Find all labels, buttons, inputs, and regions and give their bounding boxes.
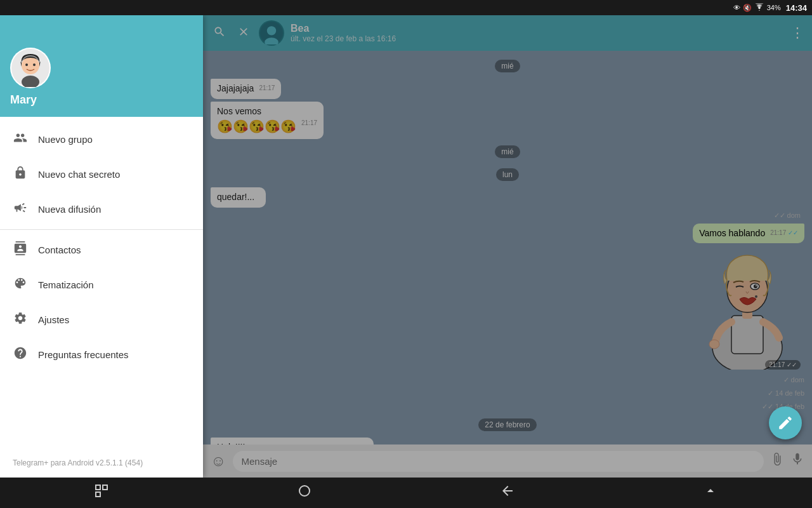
contactos-label: Contactos (38, 244, 81, 255)
sidebar-item-nueva-difusion[interactable]: Nueva difusión (0, 192, 203, 227)
sidebar-version: Telegram+ para Android v2.5.1.1 (454) (0, 448, 203, 478)
sidebar-divider-1 (0, 229, 203, 230)
svg-rect-17 (96, 485, 100, 490)
main-area: Mary Nuevo grupo Nuevo chat sec (0, 15, 812, 478)
compose-fab[interactable] (769, 406, 802, 439)
preguntas-frecuentes-label: Preguntas frecuentes (38, 349, 129, 360)
theme-icon (13, 276, 28, 293)
contacts-icon (13, 241, 28, 258)
status-time: 14:34 (786, 3, 807, 13)
lock-icon (13, 166, 28, 183)
mute-icon: 🔇 (743, 4, 752, 12)
settings-icon (13, 311, 28, 328)
status-bar: 👁 🔇 34% 14:34 (0, 0, 812, 15)
home-button[interactable] (292, 478, 317, 507)
faq-icon (13, 346, 28, 363)
nueva-difusion-label: Nueva difusión (38, 204, 101, 215)
svg-point-3 (25, 64, 28, 66)
svg-point-20 (299, 486, 310, 496)
status-icons: 👁 🔇 34% 14:34 (733, 3, 807, 13)
battery-icon: 34% (767, 4, 781, 11)
group-icon (13, 131, 28, 148)
nuevo-chat-secreto-label: Nuevo chat secreto (38, 169, 120, 180)
sidebar-item-ajustes[interactable]: Ajustes (0, 302, 203, 337)
svg-point-2 (22, 57, 39, 74)
recent-apps-button[interactable] (89, 478, 114, 507)
svg-rect-18 (103, 485, 107, 490)
sidebar-menu: Nuevo grupo Nuevo chat secreto Nue (0, 117, 203, 448)
svg-rect-19 (96, 492, 100, 497)
bottom-nav-bar (0, 478, 812, 508)
sidebar-item-tematizacion[interactable]: Tematización (0, 267, 203, 302)
sidebar-item-contactos[interactable]: Contactos (0, 232, 203, 267)
sidebar: Mary Nuevo grupo Nuevo chat sec (0, 15, 203, 478)
sidebar-item-preguntas-frecuentes[interactable]: Preguntas frecuentes (0, 337, 203, 372)
sidebar-item-nuevo-chat-secreto[interactable]: Nuevo chat secreto (0, 157, 203, 192)
broadcast-icon (13, 201, 28, 218)
dim-overlay[interactable] (203, 15, 812, 478)
sidebar-item-nuevo-grupo[interactable]: Nuevo grupo (0, 122, 203, 157)
tematizacion-label: Tematización (38, 279, 94, 290)
wifi-icon (754, 3, 764, 12)
nuevo-grupo-label: Nuevo grupo (38, 134, 93, 145)
svg-point-4 (33, 64, 36, 66)
avatar (10, 48, 51, 88)
back-button[interactable] (495, 478, 520, 507)
up-button[interactable] (698, 478, 723, 507)
sidebar-username: Mary (10, 93, 37, 107)
eye-icon: 👁 (733, 4, 740, 11)
sidebar-header: Mary (0, 15, 203, 117)
ajustes-label: Ajustes (38, 314, 69, 325)
